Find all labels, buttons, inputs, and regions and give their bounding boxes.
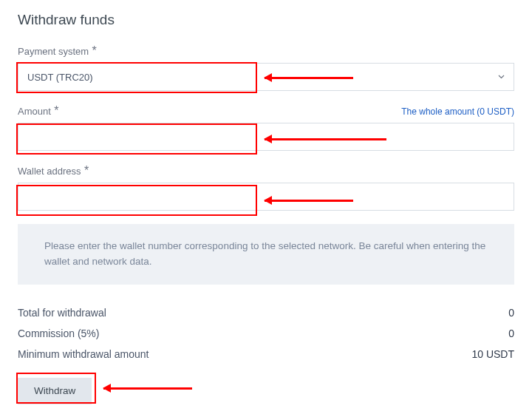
required-mark: * — [54, 104, 58, 117]
minimum-label: Minimum withdrawal amount — [18, 348, 149, 360]
total-label: Total for withdrawal — [18, 307, 106, 319]
wallet-label: Wallet address — [18, 166, 81, 177]
minimum-value: 10 USDT — [471, 348, 514, 360]
wallet-address-input[interactable] — [18, 183, 514, 211]
page-title: Withdraw funds — [18, 12, 514, 28]
chevron-down-icon — [497, 73, 505, 81]
amount-field: Amount * The whole amount (0 USDT) — [18, 104, 514, 151]
commission-row: Commission (5%) 0 — [18, 323, 514, 344]
required-mark: * — [92, 44, 97, 57]
amount-input[interactable] — [18, 123, 514, 151]
payment-system-field: Payment system * USDT (TRC20) — [18, 44, 514, 91]
whole-amount-link[interactable]: The whole amount (0 USDT) — [401, 106, 514, 117]
required-mark: * — [84, 164, 89, 177]
payment-system-label: Payment system — [18, 46, 89, 57]
info-message: Please enter the wallet number correspon… — [18, 224, 514, 285]
withdraw-button[interactable]: Withdraw — [18, 378, 92, 404]
commission-label: Commission (5%) — [18, 328, 99, 339]
summary-section: Total for withdrawal 0 Commission (5%) 0… — [18, 302, 514, 364]
payment-system-value: USDT (TRC20) — [27, 72, 93, 83]
minimum-row: Minimum withdrawal amount 10 USDT — [18, 344, 514, 364]
wallet-field: Wallet address * — [18, 164, 514, 211]
amount-label: Amount — [18, 106, 51, 117]
commission-value: 0 — [508, 328, 514, 339]
total-row: Total for withdrawal 0 — [18, 302, 514, 323]
payment-system-select[interactable]: USDT (TRC20) — [18, 63, 514, 91]
total-value: 0 — [508, 307, 514, 319]
